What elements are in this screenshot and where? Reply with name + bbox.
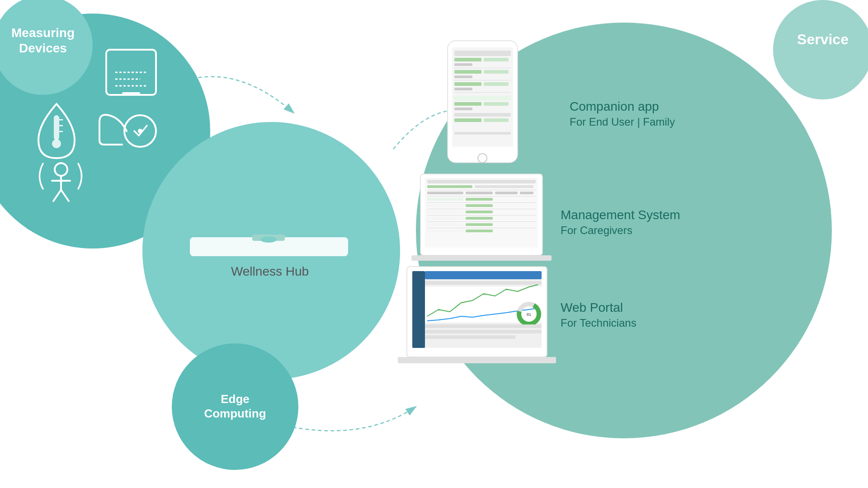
svg-point-12 [124, 115, 156, 147]
webportal-subtitle: For Technicians [561, 317, 637, 329]
svg-rect-2 [106, 50, 156, 95]
svg-rect-52 [427, 192, 463, 194]
svg-rect-33 [454, 82, 481, 86]
svg-rect-37 [454, 96, 511, 100]
svg-line-17 [53, 190, 61, 201]
svg-point-13 [138, 129, 142, 133]
svg-point-82 [519, 304, 539, 324]
svg-point-45 [478, 154, 487, 163]
svg-rect-29 [454, 70, 481, 74]
svg-rect-76 [412, 271, 542, 348]
wellness-hub-label: Wellness Hub [231, 264, 309, 278]
svg-rect-80 [425, 286, 542, 323]
svg-rect-43 [484, 118, 509, 122]
svg-rect-78 [425, 271, 542, 279]
svg-rect-39 [484, 102, 509, 106]
svg-rect-26 [484, 58, 509, 61]
svg-point-8 [52, 139, 61, 148]
service-label: Service [797, 31, 849, 47]
svg-rect-61 [466, 204, 493, 207]
svg-rect-42 [454, 118, 481, 122]
measuring-devices-label-circle [0, 0, 93, 95]
svg-rect-7 [54, 115, 59, 140]
service-circle [416, 23, 832, 438]
svg-line-18 [61, 190, 69, 201]
svg-rect-87 [398, 357, 556, 363]
svg-point-14 [55, 163, 67, 176]
svg-rect-84 [425, 324, 542, 328]
svg-text:81: 81 [527, 312, 531, 317]
svg-rect-58 [466, 198, 493, 201]
edge-computing-circle [172, 343, 298, 470]
svg-point-81 [519, 304, 539, 324]
svg-rect-77 [412, 271, 425, 348]
svg-rect-60 [427, 204, 463, 207]
svg-rect-59 [427, 202, 536, 203]
measuring-label-line1: Measuring [11, 26, 75, 40]
arrows-svg: Measuring Devices [0, 0, 868, 488]
svg-rect-25 [454, 58, 481, 61]
svg-rect-66 [427, 217, 463, 220]
svg-rect-50 [475, 185, 533, 188]
scene: Measuring Devices [0, 0, 868, 488]
svg-point-21 [260, 236, 277, 243]
edge-label-line2: Computing [204, 407, 266, 420]
svg-rect-40 [454, 108, 472, 110]
svg-rect-22 [448, 41, 518, 163]
svg-rect-69 [427, 223, 463, 226]
svg-rect-28 [454, 68, 511, 68]
svg-rect-53 [466, 192, 493, 194]
svg-rect-30 [484, 70, 509, 74]
svg-rect-35 [454, 88, 472, 90]
svg-rect-79 [425, 281, 542, 285]
management-title: Management System [561, 208, 680, 222]
svg-rect-51 [427, 190, 536, 190]
svg-rect-24 [454, 51, 511, 56]
svg-rect-70 [466, 223, 493, 226]
svg-rect-27 [454, 63, 472, 66]
svg-rect-75 [407, 267, 547, 357]
svg-rect-72 [427, 230, 463, 232]
svg-rect-74 [411, 255, 552, 261]
svg-rect-54 [495, 192, 518, 194]
svg-rect-31 [454, 75, 472, 78]
svg-rect-86 [425, 335, 515, 339]
svg-rect-49 [427, 185, 472, 188]
svg-rect-34 [484, 82, 509, 86]
companion-app-title: Companion app [570, 99, 659, 113]
svg-rect-71 [427, 228, 536, 228]
measuring-devices-circle [0, 14, 210, 249]
svg-rect-48 [427, 180, 536, 183]
companion-app-subtitle: For End User | Family [570, 116, 675, 128]
svg-rect-68 [427, 221, 536, 222]
svg-rect-65 [427, 215, 536, 216]
svg-rect-55 [520, 192, 533, 194]
svg-rect-46 [420, 174, 542, 255]
svg-rect-57 [427, 198, 463, 201]
svg-rect-23 [452, 47, 513, 147]
svg-rect-6 [122, 92, 140, 95]
svg-rect-73 [466, 230, 493, 232]
management-subtitle: For Caregivers [561, 224, 632, 236]
svg-rect-38 [454, 102, 481, 106]
svg-rect-44 [454, 132, 511, 135]
svg-rect-20 [252, 235, 285, 241]
svg-rect-85 [425, 330, 542, 333]
wellness-hub-circle [142, 122, 400, 380]
svg-rect-64 [466, 211, 493, 213]
webportal-title: Web Portal [561, 300, 623, 314]
svg-rect-36 [454, 92, 511, 93]
svg-rect-47 [425, 178, 538, 248]
svg-rect-63 [427, 211, 463, 213]
svg-rect-19 [190, 237, 348, 256]
svg-rect-41 [454, 113, 511, 117]
svg-rect-62 [427, 209, 536, 209]
measuring-label-line2: Devices [19, 41, 67, 55]
service-label-circle [773, 0, 868, 99]
svg-rect-67 [466, 217, 493, 220]
svg-rect-56 [427, 196, 536, 197]
edge-label-line1: Edge [221, 392, 250, 406]
svg-rect-32 [454, 80, 511, 80]
